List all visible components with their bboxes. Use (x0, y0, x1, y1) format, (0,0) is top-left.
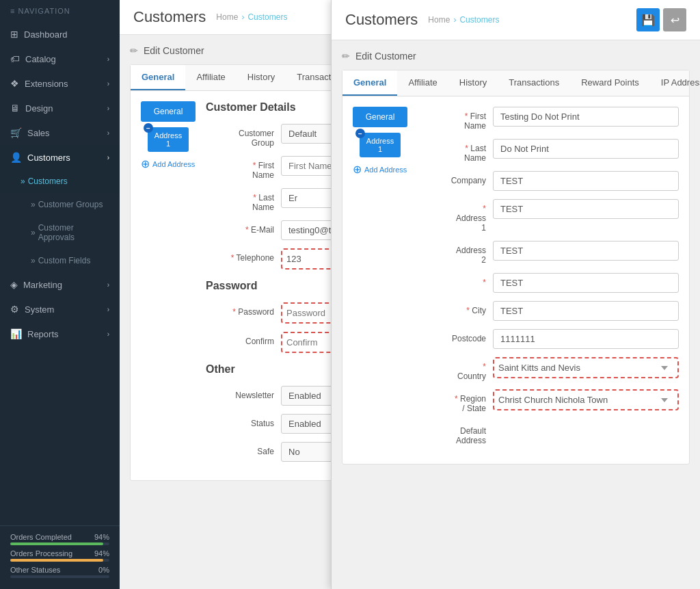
label-p2-region: * Region/ State (418, 389, 493, 413)
main-content: Customers Home › Customers ✏ Edit Custom… (120, 0, 700, 589)
sidebar-label-customers-sub: Customers (28, 176, 68, 186)
label-p2-address3: * (418, 273, 493, 287)
stat-orders-processing: Orders Processing 94% (10, 549, 109, 562)
design-icon: 🖥 (10, 103, 20, 114)
panel2-tab-reward-points[interactable]: Reward Points (570, 70, 650, 96)
chevron-right-icon: › (107, 129, 109, 137)
back-icon: ↩ (671, 14, 679, 27)
panel2-general-button[interactable]: General (353, 107, 407, 127)
sidebar-item-catalog[interactable]: 🏷 Catalog › (0, 47, 120, 71)
field-p2-last-name: * LastName (418, 139, 679, 163)
sidebar-label-sales: Sales (27, 128, 50, 138)
sidebar-label-dashboard: Dashboard (24, 29, 68, 40)
input-p2-last-name[interactable] (493, 139, 679, 159)
field-p2-first-name: * FirstName (418, 107, 679, 131)
panel2-tab-history[interactable]: History (448, 70, 498, 96)
sidebar-item-extensions[interactable]: ❖ Extensions › (0, 71, 120, 96)
input-p2-city[interactable] (493, 301, 679, 321)
panel2-page-title: Customers (345, 11, 418, 29)
sidebar-item-customer-approvals[interactable]: » Customer Approvals (0, 216, 120, 249)
label-p2-city: * City (418, 301, 493, 315)
label-p2-last-name: * LastName (418, 139, 493, 163)
tab-affiliate[interactable]: Affiliate (185, 65, 236, 90)
sidebar-label-custom-fields: Custom Fields (38, 256, 91, 265)
catalog-icon: 🏷 (10, 53, 20, 64)
plus-icon: ⊕ (353, 163, 362, 176)
panel2-edit-header: ✏ Edit Customer (342, 51, 690, 62)
sidebar-label-system: System (25, 304, 54, 315)
address1-button[interactable]: − Address 1 (148, 127, 189, 152)
chevron-right-icon: › (107, 80, 109, 88)
add-address-link[interactable]: ⊕ Add Address (141, 157, 196, 170)
label-status: Status (206, 414, 281, 428)
select-p2-region[interactable]: Christ Church Nichola Town (498, 395, 673, 405)
nav-title: ≡ NAVIGATION (0, 0, 120, 22)
panel2-header: Customers Home › Customers 💾 ↩ (332, 0, 700, 40)
input-p2-company[interactable] (493, 171, 679, 191)
tab-history[interactable]: History (237, 65, 286, 90)
sidebar-label-customer-approvals: Customer Approvals (38, 223, 109, 242)
panel2-form-content: * FirstName * LastName Company *Add (418, 107, 679, 454)
sidebar: ≡ NAVIGATION ⊞ Dashboard 🏷 Catalog › ❖ E… (0, 0, 120, 589)
label-customer-group: CustomerGroup (206, 124, 281, 148)
sidebar-item-system[interactable]: ⚙ System › (0, 297, 120, 322)
chevron-right-icon: › (107, 330, 109, 338)
panel2-tab-general[interactable]: General (342, 70, 397, 96)
reports-icon: 📊 (10, 328, 22, 339)
sidebar-item-customers-sub[interactable]: » Customers (0, 170, 120, 193)
sidebar-item-customer-groups[interactable]: » Customer Groups (0, 193, 120, 216)
panel2-tab-affiliate[interactable]: Affiliate (397, 70, 448, 96)
chevron-right-icon: › (107, 105, 109, 112)
sidebar-item-design[interactable]: 🖥 Design › (0, 96, 120, 120)
field-p2-company: Company (418, 171, 679, 191)
select-p2-country[interactable]: Saint Kitts and Nevis (498, 363, 673, 373)
panel2-tab-ip-addresses[interactable]: IP Addresses (650, 70, 700, 96)
label-email: * E-Mail (206, 220, 281, 235)
sidebar-item-marketing[interactable]: ◈ Marketing › (0, 272, 120, 297)
label-p2-address2: Address2 (418, 241, 493, 265)
field-p2-address2: Address2 (418, 241, 679, 265)
tab-general[interactable]: General (131, 65, 185, 90)
label-first-name: * FirstName (206, 156, 281, 180)
minus-icon: − (144, 123, 153, 133)
save-icon: 💾 (641, 14, 655, 27)
label-p2-postcode: Postcode (418, 329, 493, 343)
panel2-add-address-link[interactable]: ⊕ Add Address (353, 163, 407, 176)
input-p2-address1[interactable] (493, 199, 679, 219)
panel2-tabs: General Affiliate History Transactions R… (342, 70, 689, 96)
label-confirm: Confirm (206, 332, 281, 346)
sidebar-stats: Orders Completed 94% Orders Processing 9… (0, 525, 120, 589)
input-p2-address2[interactable] (493, 241, 679, 261)
panel2-card-body: General − Address 1 ⊕ Add Address (342, 96, 689, 464)
system-icon: ⚙ (10, 304, 19, 315)
stat-orders-completed: Orders Completed 94% (10, 533, 109, 545)
input-p2-address3[interactable] (493, 273, 679, 293)
panel2-header-actions: 💾 ↩ (636, 8, 686, 31)
pencil-icon: ✏ (130, 45, 138, 56)
field-p2-region: * Region/ State Christ Church Nichola To… (418, 389, 679, 413)
sidebar-item-dashboard[interactable]: ⊞ Dashboard (0, 22, 120, 47)
sidebar-item-sales[interactable]: 🛒 Sales › (0, 120, 120, 145)
plus-icon: ⊕ (141, 157, 150, 170)
field-p2-city: * City (418, 301, 679, 321)
general-button[interactable]: General (141, 101, 196, 122)
sidebar-label-customer-groups: Customer Groups (38, 200, 103, 209)
marketing-icon: ◈ (10, 279, 18, 290)
field-p2-address1: *Address1 (418, 199, 679, 233)
stat-other-statuses: Other Statuses 0% (10, 566, 109, 578)
panel2-card: General Affiliate History Transactions R… (342, 70, 690, 464)
sidebar-item-customers[interactable]: 👤 Customers › (0, 145, 120, 170)
sidebar-label-extensions: Extensions (25, 79, 68, 89)
input-p2-first-name[interactable] (493, 107, 679, 127)
save-button[interactable]: 💾 (636, 8, 660, 31)
input-p2-postcode[interactable] (493, 329, 679, 349)
sidebar-item-custom-fields[interactable]: » Custom Fields (0, 249, 120, 272)
panel2-tab-transactions[interactable]: Transactions (498, 70, 570, 96)
label-p2-default-address: DefaultAddress (418, 421, 493, 445)
chevron-right-icon: › (107, 154, 109, 161)
back-button[interactable]: ↩ (663, 8, 686, 31)
sidebar-item-reports[interactable]: 📊 Reports › (0, 322, 120, 346)
panel2-address1-button[interactable]: − Address 1 (360, 133, 401, 157)
label-p2-company: Company (418, 171, 493, 185)
extensions-icon: ❖ (10, 78, 19, 89)
